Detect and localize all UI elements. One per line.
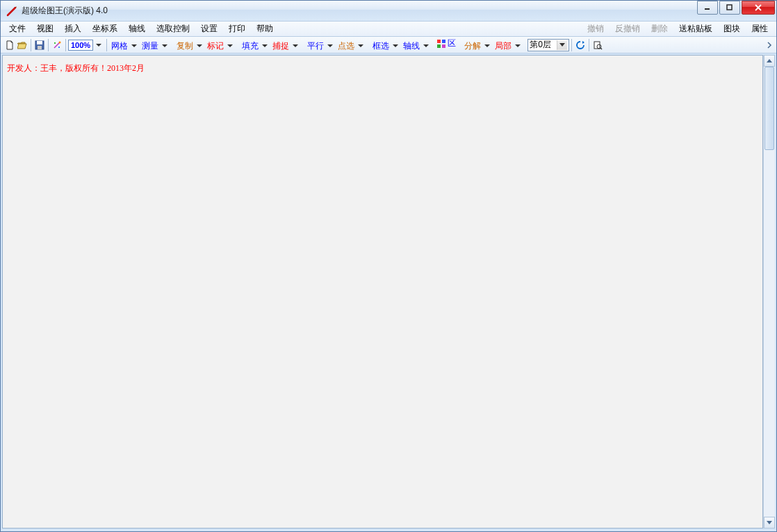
menu-item-1[interactable]: 视图 [31,22,59,36]
preview-button[interactable] [591,39,604,51]
drawing-canvas[interactable]: 开发人：王丰，版权所有！2013年2月 [2,55,763,529]
toolbar-separator [106,39,107,51]
toolbar-dropdown-填充[interactable]: 填充 [240,40,270,52]
menu-item-7[interactable]: 打印 [223,22,251,36]
app-window: 超级绘图王(演示版) 4.0 文件视图插入坐标系轴线选取控制设置打印帮助 撤销反… [0,0,777,532]
save-button[interactable] [33,39,46,51]
toolbar-dropdown-局部[interactable]: 局部 [493,40,523,52]
zone-icon [436,39,446,49]
open-file-button[interactable] [16,39,28,51]
menu-item-2[interactable]: 插入 [59,22,87,36]
minimize-button[interactable] [697,1,718,15]
zoom-dropdown[interactable] [93,39,104,51]
menu-item-5[interactable]: 选取控制 [151,22,195,36]
svg-rect-8 [38,46,42,49]
window-controls [696,1,775,15]
new-file-button[interactable] [3,39,16,51]
scrollbar-track[interactable] [764,67,775,517]
menu-item-3[interactable]: 坐标系 [87,22,123,36]
refresh-button[interactable] [574,39,587,51]
toolbar-dropdown-平行[interactable]: 平行 [305,40,336,52]
menubar-left: 文件视图插入坐标系轴线选取控制设置打印帮助 [3,22,279,36]
toolbar-dropdown-框选[interactable]: 框选 [370,40,401,52]
layer-select[interactable]: 第0层 [527,39,569,51]
scroll-down-button[interactable] [764,517,775,529]
dropdown-arrow-icon [423,44,429,47]
menu-item-6[interactable]: 设置 [195,22,223,36]
svg-rect-14 [442,40,445,43]
zone-button[interactable]: 区 [436,38,458,50]
app-icon [6,6,17,17]
dropdown-arrow-icon [515,44,521,47]
toolbar-dropdown-点选[interactable]: 点选 [336,40,366,52]
vertical-scrollbar[interactable] [763,55,775,529]
wand-button[interactable] [51,39,63,51]
dropdown-arrow-icon [484,44,490,47]
scrollbar-thumb[interactable] [764,67,774,150]
svg-line-0 [8,8,15,15]
menu-item-4[interactable]: 轴线 [123,22,151,36]
layer-select-value: 第0层 [530,39,551,51]
toolbar-separator [48,39,49,51]
menubar-right: 撤销反撤销删除送粘贴板图块属性 [582,22,774,36]
menu-item-right-disabled-1: 反撤销 [610,22,646,36]
toolbar-dropdown-网格[interactable]: 网格 [109,40,140,52]
toolbar-dropdown-label: 轴线 [402,40,421,52]
menu-item-8[interactable]: 帮助 [251,22,279,36]
toolbar-dropdown-标记[interactable]: 标记 [205,40,236,52]
toolbar-dropdown-轴线[interactable]: 轴线 [401,40,432,52]
menu-item-right-1[interactable]: 图块 [718,22,746,36]
close-button[interactable] [742,1,775,15]
titlebar: 超级绘图王(演示版) 4.0 [1,1,776,22]
window-title: 超级绘图王(演示版) 4.0 [22,5,776,17]
svg-rect-13 [437,40,441,43]
zone-label: 区 [446,38,457,49]
toolbar-separator [571,39,572,51]
toolbar: 100% 网格测量复制标记填充捕捉平行点选框选轴线区分解局部 第0层 [1,37,776,53]
toolbar-separator [65,39,66,51]
svg-rect-15 [437,44,441,48]
toolbar-dropdown-复制[interactable]: 复制 [174,40,205,52]
svg-point-10 [59,41,61,43]
svg-marker-17 [582,41,584,44]
toolbar-dropdown-label: 框选 [371,40,391,52]
dropdown-arrow-icon [393,44,398,47]
scroll-up-button[interactable] [764,55,775,67]
menu-item-0[interactable]: 文件 [3,22,31,36]
toolbar-dropdown-label: 点选 [336,40,356,52]
svg-rect-16 [442,44,445,48]
dropdown-arrow-icon [227,44,233,47]
dropdown-arrow-icon [557,40,567,50]
dropdown-arrow-icon [131,44,137,47]
svg-point-12 [58,47,60,48]
toolbar-separator [589,39,589,51]
toolbar-dropdown-label: 分解 [463,40,482,52]
toolbar-dropdown-分解[interactable]: 分解 [462,40,493,52]
menu-item-right-disabled-0: 撤销 [582,22,610,36]
toolbar-dropdown-label: 局部 [493,40,513,52]
svg-point-11 [54,42,56,44]
toolbar-dropdown-label: 填充 [240,40,260,52]
toolbar-separator [31,39,31,51]
zoom-level[interactable]: 100% [68,40,93,51]
menu-item-right-disabled-2: 删除 [646,22,673,36]
toolbar-dropdown-测量[interactable]: 测量 [140,40,170,52]
toolbar-dropdown-label: 捕捉 [271,40,291,52]
svg-rect-3 [727,5,732,10]
dropdown-arrow-icon [197,44,202,47]
svg-rect-7 [37,41,42,44]
toolbar-dropdown-label: 标记 [206,40,225,52]
menu-item-right-2[interactable]: 属性 [746,22,774,36]
maximize-button[interactable] [719,1,740,15]
toolbar-dropdown-label: 测量 [140,40,160,52]
toolbar-dropdown-捕捉[interactable]: 捕捉 [270,40,301,52]
dropdown-arrow-icon [162,44,167,47]
toolbar-dropdown-label: 平行 [306,40,325,52]
menu-item-right-0[interactable]: 送粘贴板 [673,22,718,36]
svg-line-20 [600,48,602,49]
toolbar-dropdown-label: 复制 [175,40,195,52]
dropdown-arrow-icon [293,44,298,47]
copyright-text: 开发人：王丰，版权所有！2013年2月 [7,63,145,74]
dropdown-arrow-icon [327,44,333,47]
toolbar-overflow-button[interactable] [765,39,774,51]
